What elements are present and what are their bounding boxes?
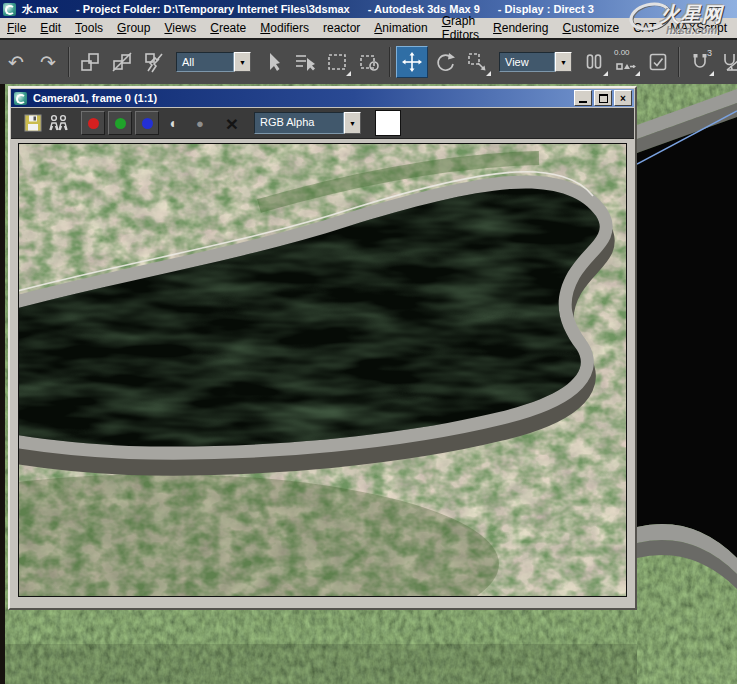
- menu-create[interactable]: Create: [203, 19, 253, 37]
- enable-green-channel-button[interactable]: [108, 111, 132, 135]
- manipulate-value-label: 0.00: [614, 48, 630, 57]
- redo-icon: ↷: [40, 53, 56, 72]
- reference-coordinate-system-dropdown[interactable]: View ▼: [499, 52, 572, 72]
- clear-button[interactable]: ×: [220, 111, 244, 135]
- toolbar-separator: [68, 47, 70, 77]
- toolbar-separator: [389, 47, 391, 77]
- menu-reactor[interactable]: reactor: [316, 19, 367, 37]
- close-icon: ×: [620, 93, 626, 104]
- selection-filter-dropdown[interactable]: All ▼: [176, 52, 251, 72]
- background-color-swatch[interactable]: [375, 110, 401, 136]
- pivot-center-icon: [583, 51, 605, 73]
- menu-edit[interactable]: Edit: [33, 19, 68, 37]
- display-driver-text: - Display : Direct 3: [498, 3, 594, 15]
- display-alpha-channel-button[interactable]: ◐: [162, 111, 186, 135]
- project-folder-text: - Project Folder: D:\Temporary Internet …: [76, 3, 350, 15]
- main-toolbar: ↶ ↷ All ▼: [0, 38, 737, 85]
- app-logo-icon: [3, 3, 16, 16]
- monochrome-button[interactable]: ●: [188, 111, 212, 135]
- minimize-icon: [579, 101, 587, 103]
- clear-x-icon: ×: [226, 113, 238, 134]
- toolbar-separator: [678, 47, 680, 77]
- angle-snap-toggle-button[interactable]: [717, 47, 737, 77]
- clone-figures-icon: [48, 113, 70, 133]
- menu-animation[interactable]: Animation: [367, 19, 434, 37]
- unlink-selection-button[interactable]: [107, 47, 137, 77]
- undo-button[interactable]: ↶: [1, 47, 31, 77]
- redo-button[interactable]: ↷: [33, 47, 63, 77]
- angle-magnet-icon: [721, 51, 737, 73]
- list-cursor-icon: [294, 51, 316, 73]
- menu-cat[interactable]: CAT: [626, 19, 663, 37]
- use-pivot-point-center-button[interactable]: [579, 47, 609, 77]
- menu-group[interactable]: Group: [110, 19, 157, 37]
- render-scene: [19, 144, 626, 596]
- 3dsmax-window: 水.max - Project Folder: D:\Temporary Int…: [0, 0, 737, 684]
- viewport-area: Camera01, frame 0 (1:1) ×: [0, 84, 737, 684]
- menu-tools[interactable]: Tools: [68, 19, 110, 37]
- dashed-rect-icon: [326, 51, 348, 73]
- select-object-button[interactable]: [258, 47, 288, 77]
- select-by-name-button[interactable]: [290, 47, 320, 77]
- blue-channel-icon: [142, 118, 153, 129]
- unlink-icon: [111, 51, 133, 73]
- restore-button[interactable]: [594, 90, 612, 106]
- crossing-selection-icon: [358, 51, 380, 73]
- chevron-down-icon[interactable]: ▼: [555, 52, 572, 72]
- menu-file[interactable]: File: [0, 19, 33, 37]
- coord-system-value: View: [499, 52, 555, 72]
- rendered-frame-window: Camera01, frame 0 (1:1) ×: [8, 86, 637, 610]
- select-and-rotate-button[interactable]: [430, 47, 460, 77]
- clone-rendered-frame-button[interactable]: [47, 111, 71, 135]
- channel-display-value: RGB Alpha: [254, 112, 344, 134]
- menu-views[interactable]: Views: [157, 19, 203, 37]
- rfw-toolbar: ◐ ● × RGB Alpha ▼: [11, 108, 634, 139]
- enable-red-channel-button[interactable]: [81, 111, 105, 135]
- menu-rendering[interactable]: Rendering: [486, 19, 555, 37]
- snap-toggle-button[interactable]: 3: [685, 47, 715, 77]
- bind-to-space-warp-button[interactable]: [139, 47, 169, 77]
- chevron-down-icon[interactable]: ▼: [344, 112, 361, 134]
- checkbox-icon: [647, 51, 669, 73]
- selection-filter-value: All: [176, 52, 234, 72]
- select-and-scale-button[interactable]: [462, 47, 492, 77]
- snap-mode-label: 3: [707, 48, 712, 58]
- monochrome-icon: ●: [196, 116, 204, 131]
- select-and-manipulate-button[interactable]: 0.00: [611, 47, 641, 77]
- menu-modifiers[interactable]: Modifiers: [253, 19, 316, 37]
- viewport-left-edge: [0, 84, 5, 684]
- window-crossing-toggle-button[interactable]: [354, 47, 384, 77]
- keyboard-shortcut-override-button[interactable]: [643, 47, 673, 77]
- cursor-icon: [262, 51, 284, 73]
- link-icon: [79, 51, 101, 73]
- scale-icon: [466, 51, 488, 73]
- red-channel-icon: [88, 118, 99, 129]
- select-and-move-button[interactable]: [396, 46, 428, 78]
- menu-customize[interactable]: Customize: [555, 19, 626, 37]
- rendered-image: [18, 143, 627, 597]
- save-image-button[interactable]: [21, 111, 45, 135]
- undo-icon: ↶: [8, 53, 24, 72]
- rfw-title-bar[interactable]: Camera01, frame 0 (1:1) ×: [11, 89, 634, 107]
- channel-display-dropdown[interactable]: RGB Alpha ▼: [254, 112, 361, 134]
- move-icon: [401, 51, 423, 73]
- menu-maxscript[interactable]: MAXScript: [663, 19, 734, 37]
- document-name: 水.max: [22, 2, 58, 17]
- chevron-down-icon[interactable]: ▼: [234, 52, 251, 72]
- rfw-title-text: Camera01, frame 0 (1:1): [33, 92, 574, 104]
- floppy-disk-icon: [23, 113, 43, 133]
- alpha-channel-icon: ◐: [170, 115, 178, 131]
- enable-blue-channel-button[interactable]: [135, 111, 159, 135]
- title-bar: 水.max - Project Folder: D:\Temporary Int…: [0, 0, 737, 18]
- rotate-icon: [434, 51, 456, 73]
- rfw-app-icon: [14, 92, 27, 105]
- rectangular-selection-region-button[interactable]: [322, 47, 352, 77]
- minimize-button[interactable]: [574, 90, 592, 106]
- close-button[interactable]: ×: [614, 90, 632, 106]
- viewport-pond-edge: [637, 84, 737, 684]
- menu-bar: File Edit Tools Group Views Create Modif…: [0, 18, 737, 38]
- space-warp-icon: [143, 51, 165, 73]
- select-and-link-button[interactable]: [75, 47, 105, 77]
- restore-icon: [599, 94, 608, 103]
- green-channel-icon: [115, 118, 126, 129]
